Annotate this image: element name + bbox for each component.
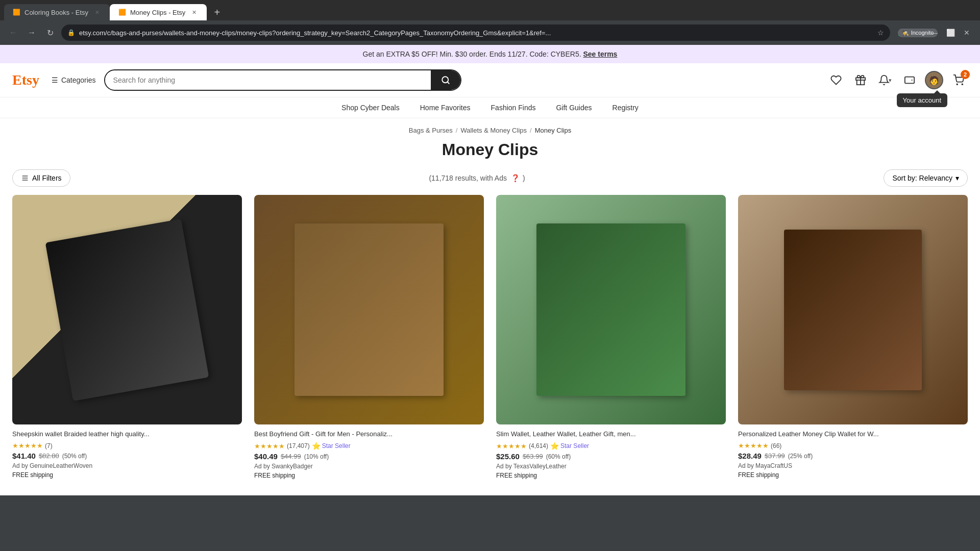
- tab-money-clips[interactable]: 🟧 Money Clips - Etsy ✕: [110, 4, 207, 20]
- forward-button[interactable]: →: [24, 26, 39, 40]
- minimize-button[interactable]: —: [927, 26, 941, 40]
- discount-2: (10% off): [304, 453, 329, 460]
- hamburger-icon: ☰: [52, 76, 58, 84]
- results-close-paren: ): [523, 174, 525, 182]
- price-sale-2: $40.49: [254, 452, 278, 461]
- incognito-icon: 🕵: [902, 30, 909, 36]
- product-card-2[interactable]: Best Boyfriend Gift - Gift for Men - Per…: [254, 195, 484, 479]
- search-button[interactable]: [431, 70, 460, 90]
- reload-button[interactable]: ↻: [43, 26, 57, 40]
- price-original-4: $37.99: [765, 452, 785, 460]
- avatar-icon: 🧑: [929, 76, 939, 85]
- breadcrumb-current: Money Clips: [535, 127, 572, 134]
- price-sale-4: $28.49: [738, 452, 762, 460]
- svg-point-5: [957, 84, 958, 85]
- gift-button[interactable]: [851, 71, 870, 89]
- free-shipping-4: FREE shipping: [738, 471, 968, 479]
- product-title-2: Best Boyfriend Gift - Gift for Men - Per…: [254, 430, 484, 439]
- sort-button[interactable]: Sort by: Relevancy ▾: [884, 169, 968, 187]
- close-window-button[interactable]: ✕: [960, 26, 974, 40]
- promo-text: Get an EXTRA $5 OFF! Min. $30 order. End…: [363, 50, 581, 58]
- stars-1: ★★★★★: [12, 442, 43, 449]
- product-title-1: Sheepskin wallet Braided leather high qu…: [12, 430, 242, 439]
- nav-registry[interactable]: Registry: [612, 104, 639, 112]
- tab-close-2[interactable]: ✕: [189, 8, 199, 17]
- notifications-button[interactable]: ▾: [876, 71, 894, 89]
- page-content: Get an EXTRA $5 OFF! Min. $30 order. End…: [0, 45, 980, 495]
- product-price-3: $25.60 $63.99 (60% off): [496, 452, 726, 461]
- product-image-1: [12, 195, 242, 424]
- svg-rect-4: [905, 77, 914, 84]
- product-image-placeholder-4: [784, 230, 922, 390]
- promo-banner: Get an EXTRA $5 OFF! Min. $30 order. End…: [0, 45, 980, 63]
- product-grid: Sheepskin wallet Braided leather high qu…: [0, 195, 980, 495]
- site-header: Etsy ☰ Categories: [0, 63, 980, 97]
- tab-favicon-2: 🟧: [118, 8, 126, 16]
- filter-label: All Filters: [32, 174, 62, 182]
- breadcrumb-wallets-money-clips[interactable]: Wallets & Money Clips: [460, 127, 527, 134]
- nav-home-favorites[interactable]: Home Favorites: [420, 104, 471, 112]
- search-input[interactable]: [105, 71, 431, 89]
- stars-3: ★★★★★: [496, 442, 527, 450]
- notification-chevron: ▾: [889, 77, 892, 84]
- product-image-3: [496, 195, 726, 424]
- product-image-placeholder-2: [295, 223, 444, 396]
- gift-icon: [855, 74, 866, 86]
- maximize-button[interactable]: ⬜: [943, 26, 958, 40]
- product-title-3: Slim Wallet, Leather Wallet, Leather Gif…: [496, 430, 726, 439]
- tab-coloring-books[interactable]: 🟧 Coloring Books - Etsy ✕: [4, 4, 110, 20]
- review-count-4: (66): [771, 442, 781, 449]
- wallet-icon: [904, 74, 915, 86]
- breadcrumb: Bags & Purses / Wallets & Money Clips / …: [0, 118, 980, 136]
- product-image-placeholder-1: [45, 218, 209, 400]
- back-button[interactable]: ←: [6, 26, 20, 40]
- product-card-4[interactable]: Personalized Leather Money Clip Wallet f…: [738, 195, 968, 479]
- sort-label: Sort by: Relevancy: [892, 174, 952, 182]
- favorites-button[interactable]: [827, 71, 845, 89]
- price-sale-1: $41.40: [12, 452, 36, 460]
- tab-close-1[interactable]: ✕: [92, 8, 102, 17]
- heart-icon: [830, 74, 842, 86]
- price-sale-3: $25.60: [496, 452, 520, 461]
- sort-chevron-icon: ▾: [955, 174, 959, 182]
- account-container: 🧑 Your account: [925, 71, 943, 89]
- stars-2: ★★★★★: [254, 442, 285, 450]
- tab-title-2: Money Clips - Etsy: [130, 9, 185, 16]
- breadcrumb-bags-purses[interactable]: Bags & Purses: [409, 127, 453, 134]
- free-shipping-2: FREE shipping: [254, 472, 484, 479]
- url-bar[interactable]: 🔒 etsy.com/c/bags-and-purses/wallets-and…: [61, 24, 890, 41]
- browser-frame: 🟧 Coloring Books - Etsy ✕ 🟧 Money Clips …: [0, 0, 980, 551]
- results-help-icon: ❓: [511, 174, 520, 182]
- breadcrumb-sep-1: /: [456, 127, 458, 134]
- promo-link[interactable]: See terms: [583, 50, 617, 58]
- ad-tag-3: Ad by TexasValleyLeather: [496, 463, 726, 470]
- search-bar: [104, 69, 461, 91]
- tab-favicon-1: 🟧: [12, 8, 20, 16]
- cart-button[interactable]: 2: [949, 71, 968, 89]
- nav-bar: Shop Cyber Deals Home Favorites Fashion …: [0, 97, 980, 118]
- product-image-2: [254, 195, 484, 424]
- categories-button[interactable]: ☰ Categories: [52, 76, 96, 84]
- ad-tag-1: Ad by GenuineLeatherWoven: [12, 462, 242, 469]
- nav-fashion-finds[interactable]: Fashion Finds: [491, 104, 536, 112]
- nav-gift-guides[interactable]: Gift Guides: [556, 104, 592, 112]
- svg-point-6: [962, 84, 963, 85]
- new-tab-button[interactable]: +: [209, 4, 225, 20]
- filter-bar: All Filters (11,718 results, with Ads ❓ …: [0, 169, 980, 195]
- address-bar: ← → ↻ 🔒 etsy.com/c/bags-and-purses/walle…: [0, 20, 980, 45]
- all-filters-button[interactable]: All Filters: [12, 169, 70, 187]
- price-original-1: $82.80: [39, 452, 59, 460]
- nav-shop-cyber-deals[interactable]: Shop Cyber Deals: [341, 104, 400, 112]
- product-card-1[interactable]: Sheepskin wallet Braided leather high qu…: [12, 195, 242, 479]
- price-original-2: $44.99: [281, 453, 301, 460]
- product-card-3[interactable]: Slim Wallet, Leather Wallet, Leather Gif…: [496, 195, 726, 479]
- account-avatar[interactable]: 🧑: [925, 71, 943, 89]
- results-text: (11,718 results, with Ads: [429, 174, 507, 182]
- wallet-button[interactable]: [900, 71, 919, 89]
- header-actions: ▾ 🧑 Your account 2: [827, 71, 968, 89]
- etsy-logo[interactable]: Etsy: [12, 72, 39, 88]
- cart-count: 2: [961, 70, 970, 79]
- profile-button[interactable]: 🕵 Incognito: [911, 26, 925, 40]
- star-seller-text-3: Star Seller: [560, 442, 589, 449]
- bookmark-icon[interactable]: ☆: [877, 29, 884, 37]
